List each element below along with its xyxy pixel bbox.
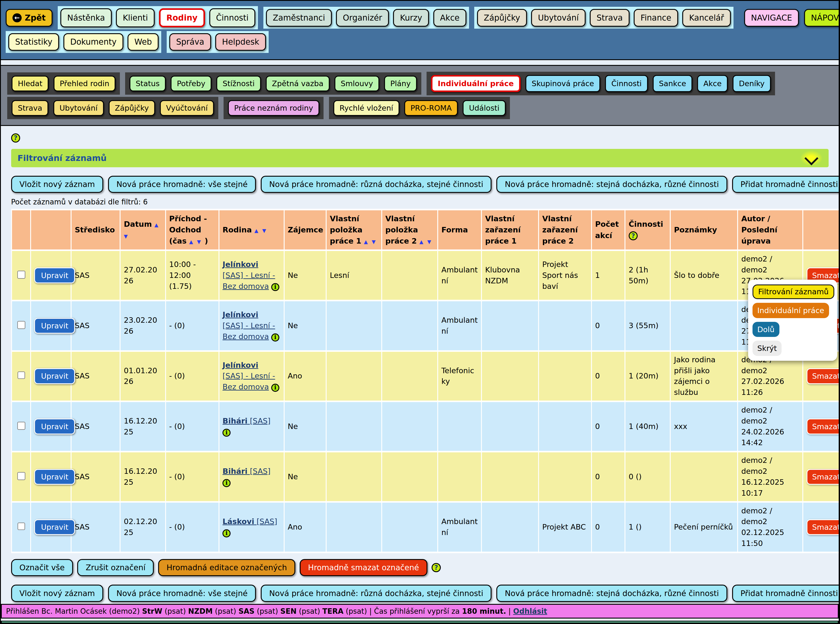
bulk-diff-attendance-button-bottom[interactable]: Nová práce hromadně: různá docházka, ste… bbox=[261, 585, 492, 602]
subnav-zapujcky[interactable]: Zápůjčky bbox=[109, 100, 155, 116]
subnav-prace-neznam-rodiny[interactable]: Práce neznám rodiny bbox=[228, 100, 319, 116]
subnav-ubytovani[interactable]: Ubytování bbox=[53, 100, 104, 116]
bulk-same-attendance-button[interactable]: Nová práce hromadně: stejná docházka, rů… bbox=[497, 176, 727, 193]
subnav-akce[interactable]: Akce bbox=[697, 75, 728, 92]
nav-zamestnanci[interactable]: Zaměstnanci bbox=[266, 9, 332, 26]
deselect-button[interactable]: Zrušit označení bbox=[77, 559, 154, 576]
row-checkbox[interactable] bbox=[17, 522, 25, 531]
family-link[interactable]: Bihári [SAS] bbox=[223, 417, 271, 425]
menu-filter-records[interactable]: Filtrování záznamů bbox=[752, 284, 834, 299]
bulk-same-button-bottom[interactable]: Nová práce hromadně: vše stejné bbox=[108, 585, 256, 602]
nav-organizer[interactable]: Organizér bbox=[336, 9, 389, 26]
help-icon[interactable]: ? bbox=[11, 133, 20, 142]
edit-button[interactable]: Upravit bbox=[34, 368, 75, 384]
select-all-button[interactable]: Označit vše bbox=[11, 559, 73, 576]
row-checkbox[interactable] bbox=[17, 271, 25, 279]
sort-icons-cas[interactable]: ▲ ▼ bbox=[189, 239, 202, 245]
delete-button[interactable]: Smazat bbox=[806, 469, 840, 485]
subnav-udalosti[interactable]: Události bbox=[463, 100, 506, 116]
edit-button[interactable]: Upravit bbox=[34, 267, 75, 283]
edit-button[interactable]: Upravit bbox=[34, 419, 75, 434]
nav-strava[interactable]: Strava bbox=[590, 9, 630, 26]
subnav-individualni-prace-active[interactable]: Individuální práce bbox=[431, 75, 521, 92]
subnav-stiznosti[interactable]: Stížnosti bbox=[217, 76, 261, 91]
chevron-down-icon[interactable] bbox=[800, 150, 823, 166]
cell-stredisko: SAS bbox=[71, 453, 120, 501]
nav-klienti[interactable]: Klienti bbox=[116, 8, 155, 27]
cell-vp2 bbox=[382, 352, 437, 400]
row-checkbox[interactable] bbox=[17, 321, 25, 329]
bulk-same-attendance-button-bottom[interactable]: Nová práce hromadně: stejná docházka, rů… bbox=[497, 585, 727, 602]
napoveda-button[interactable]: NÁPOVĚDA bbox=[804, 9, 840, 26]
nav-statistiky[interactable]: Statistiky bbox=[8, 33, 59, 51]
insert-record-button[interactable]: Vložit nový záznam bbox=[11, 176, 104, 193]
nav-finance[interactable]: Finance bbox=[634, 9, 678, 26]
subnav-vyuctovani[interactable]: Vyúčtování bbox=[160, 100, 214, 116]
info-icon[interactable]: i bbox=[271, 283, 279, 291]
edit-button[interactable]: Upravit bbox=[34, 469, 75, 485]
row-checkbox[interactable] bbox=[17, 422, 25, 430]
edit-button[interactable]: Upravit bbox=[34, 318, 75, 334]
nav-web[interactable]: Web bbox=[128, 33, 159, 51]
subnav-sankce[interactable]: Sankce bbox=[653, 75, 692, 92]
sort-icons-rodina[interactable]: ▲ ▼ bbox=[254, 228, 267, 233]
delete-button[interactable]: Smazat bbox=[806, 368, 840, 384]
selection-help-icon[interactable]: ? bbox=[432, 563, 441, 572]
subnav-prehled-rodin[interactable]: Přehled rodin bbox=[54, 76, 116, 91]
nav-dokumenty[interactable]: Dokumenty bbox=[63, 33, 124, 51]
subnav-rychle-vlozeni[interactable]: Rychlé vložení bbox=[333, 100, 399, 116]
family-link[interactable]: Jelínkovi [SAS] - Lesní - Bez domova bbox=[223, 361, 275, 391]
bulk-diff-attendance-button[interactable]: Nová práce hromadně: různá docházka, ste… bbox=[261, 176, 492, 193]
bulk-delete-selected-button[interactable]: Hromadně smazat označené bbox=[300, 559, 427, 576]
nav-rodiny-active[interactable]: Rodiny bbox=[159, 8, 205, 27]
delete-button[interactable]: Smazat bbox=[806, 519, 840, 535]
nav-zapujcky[interactable]: Zápůjčky bbox=[477, 9, 527, 26]
info-icon[interactable]: i bbox=[271, 334, 279, 341]
menu-hide[interactable]: Skrýt bbox=[752, 341, 781, 356]
subnav-hledat[interactable]: Hledat bbox=[12, 76, 49, 91]
family-link[interactable]: Bihári [SAS] bbox=[223, 467, 271, 476]
menu-move-down[interactable]: Dolů bbox=[752, 322, 780, 337]
family-link[interactable]: Láskovi [SAS] bbox=[223, 517, 277, 526]
nav-helpdesk[interactable]: Helpdesk bbox=[215, 33, 266, 51]
subnav-potreby[interactable]: Potřeby bbox=[171, 76, 212, 91]
nav-sprava[interactable]: Správa bbox=[169, 33, 211, 51]
row-checkbox[interactable] bbox=[17, 371, 25, 380]
family-link[interactable]: Jelínkovi [SAS] - Lesní - Bez domova bbox=[223, 260, 275, 290]
nav-kancelar[interactable]: Kancelář bbox=[682, 9, 731, 26]
subnav-cinnosti[interactable]: Činnosti bbox=[605, 75, 648, 92]
row-checkbox[interactable] bbox=[17, 472, 25, 480]
subnav-smlouvy[interactable]: Smlouvy bbox=[334, 76, 379, 91]
navigace-button[interactable]: NAVIGACE bbox=[744, 9, 799, 26]
subnav-skupinova-prace[interactable]: Skupinová práce bbox=[526, 75, 600, 92]
inline-link[interactable]: Odhlásit bbox=[513, 607, 547, 615]
nav-nastenka[interactable]: Nástěnka bbox=[60, 8, 111, 27]
subnav-deniky[interactable]: Deníky bbox=[733, 75, 771, 92]
cinnosti-help-icon[interactable]: ? bbox=[629, 231, 638, 241]
insert-record-button-bottom[interactable]: Vložit nový záznam bbox=[11, 585, 104, 602]
bulk-add-activities-button[interactable]: Přidat hromadně činnosti k ind. práci bbox=[732, 176, 840, 193]
subnav-status[interactable]: Status bbox=[130, 76, 166, 91]
edit-button[interactable]: Upravit bbox=[34, 519, 75, 535]
bulk-same-button[interactable]: Nová práce hromadně: vše stejné bbox=[108, 176, 256, 193]
subnav-plany[interactable]: Plány bbox=[384, 76, 417, 91]
subnav-strava[interactable]: Strava bbox=[12, 100, 49, 116]
subnav-zpetna-vazba[interactable]: Zpětná vazba bbox=[266, 76, 330, 91]
bulk-add-activities-button-bottom[interactable]: Přidat hromadně činnosti k ind. práci bbox=[732, 585, 840, 602]
back-button[interactable]: ← Zpět bbox=[6, 9, 53, 26]
family-link[interactable]: Jelínkovi [SAS] - Lesní - Bez domova bbox=[223, 310, 275, 341]
sort-icons-vp2[interactable]: ▲ ▼ bbox=[419, 239, 432, 245]
nav-cinnosti[interactable]: Činnosti bbox=[209, 8, 255, 27]
nav-akce[interactable]: Akce bbox=[433, 9, 466, 26]
nav-kurzy[interactable]: Kurzy bbox=[393, 9, 429, 26]
nav-ubytovani[interactable]: Ubytování bbox=[531, 9, 585, 26]
menu-individualni-prace[interactable]: Individuální práce bbox=[752, 303, 829, 318]
delete-button[interactable]: Smazat bbox=[806, 419, 840, 434]
info-icon[interactable]: i bbox=[271, 384, 279, 392]
bulk-edit-selected-button[interactable]: Hromadná editace označených bbox=[158, 559, 295, 576]
sort-icons-vp1[interactable]: ▲ ▼ bbox=[364, 239, 377, 245]
info-icon[interactable]: i bbox=[223, 479, 230, 487]
info-icon[interactable]: i bbox=[223, 529, 230, 538]
subnav-pro-roma[interactable]: PRO-ROMA bbox=[404, 100, 458, 116]
info-icon[interactable]: i bbox=[223, 429, 230, 437]
